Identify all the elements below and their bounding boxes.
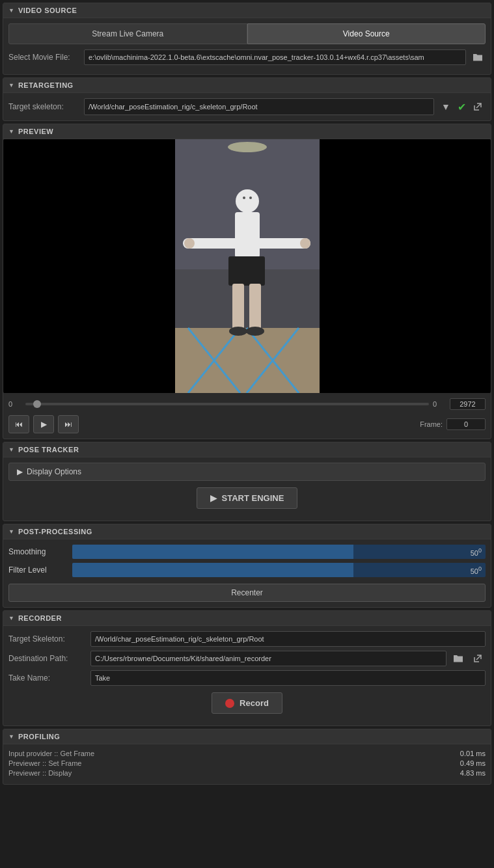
display-options-label: Display Options <box>27 467 81 476</box>
post-processing-header[interactable]: ▼ POST-PROCESSING <box>3 524 491 539</box>
recenter-btn[interactable]: Recenter <box>8 584 486 602</box>
collapse-triangle-video: ▼ <box>8 7 14 14</box>
timeline-row: 0 0 <box>8 396 486 413</box>
timeline-start: 0 <box>8 400 21 408</box>
movie-file-input[interactable] <box>84 49 466 65</box>
svg-rect-13 <box>232 284 244 329</box>
preview-panel: ▼ PREVIEW <box>3 124 491 439</box>
profiling-row-3: Previewer :: Display 4.83 ms <box>8 769 486 777</box>
svg-point-16 <box>246 327 264 336</box>
preview-title: PREVIEW <box>18 128 53 135</box>
timeline-section: 0 0 ⏮ ▶ ⏭ Frame: <box>3 393 491 439</box>
recorder-skeleton-label: Target Skeleton: <box>8 634 87 644</box>
collapse-triangle-preview: ▼ <box>8 128 14 135</box>
preview-canvas <box>3 139 491 393</box>
movie-file-row: Select Movie File: <box>8 49 486 65</box>
folder-icon-btn[interactable] <box>470 49 486 65</box>
svg-point-18 <box>249 197 252 199</box>
timeline-max-input[interactable] <box>450 398 486 410</box>
record-btn[interactable]: Record <box>212 692 282 714</box>
profiling-val-1: 0.01 ms <box>460 750 486 757</box>
dropdown-arrow-btn[interactable]: ▼ <box>438 99 454 115</box>
person-preview-svg <box>175 139 320 393</box>
smoothing-label: Smoothing <box>8 547 67 556</box>
pose-tracker-panel: ▼ POSE TRACKER ▶ Display Options ▶ START… <box>3 442 491 521</box>
retargeting-body: Target skeleton: ▼ ✔ <box>3 93 491 120</box>
svg-point-19 <box>184 238 195 249</box>
svg-point-9 <box>236 189 259 213</box>
profiling-key-2: Previewer :: Set Frame <box>8 759 81 767</box>
pose-tracker-body: ▶ Display Options ▶ START ENGINE <box>3 457 491 521</box>
svg-point-20 <box>300 238 310 249</box>
collapse-triangle-recorder: ▼ <box>8 615 14 621</box>
profiling-key-1: Input provider :: Get Frame <box>8 750 94 757</box>
pose-tracker-header[interactable]: ▼ POSE TRACKER <box>3 442 491 457</box>
recorder-take-label: Take Name: <box>8 673 87 683</box>
video-source-tabs: Stream Live Camera Video Source <box>8 23 486 44</box>
start-engine-play-icon: ▶ <box>210 493 217 503</box>
profiling-val-2: 0.49 ms <box>460 759 486 767</box>
profiling-body: Input provider :: Get Frame 0.01 ms Prev… <box>3 744 491 784</box>
recorder-header[interactable]: ▼ RECORDER <box>3 611 491 626</box>
svg-point-8 <box>228 142 267 152</box>
profiling-title: PROFILING <box>18 733 60 740</box>
external-link-btn[interactable] <box>470 99 486 115</box>
display-options-triangle: ▶ <box>17 467 23 476</box>
recorder-take-row: Take Name: <box>8 670 486 686</box>
profiling-val-3: 4.83 ms <box>460 769 486 777</box>
destination-folder-btn[interactable] <box>450 651 466 666</box>
smoothing-value: 500 <box>471 547 482 557</box>
retargeting-panel: ▼ RETARGETING Target skeleton: ▼ ✔ <box>3 77 491 121</box>
stream-live-camera-tab[interactable]: Stream Live Camera <box>8 23 247 44</box>
step-forward-btn[interactable]: ⏭ <box>58 415 79 433</box>
pose-tracker-title: POSE TRACKER <box>18 446 79 454</box>
video-source-tab[interactable]: Video Source <box>247 23 486 44</box>
svg-line-0 <box>476 103 481 108</box>
recorder-take-input[interactable] <box>90 670 486 686</box>
preview-header[interactable]: ▼ PREVIEW <box>3 124 491 139</box>
play-btn[interactable]: ▶ <box>33 415 54 433</box>
recorder-skeleton-input[interactable] <box>90 631 486 647</box>
profiling-row-1: Input provider :: Get Frame 0.01 ms <box>8 750 486 757</box>
destination-external-btn[interactable] <box>470 651 486 666</box>
filter-level-label: Filter Level <box>8 565 67 575</box>
playback-controls-row: ⏮ ▶ ⏭ Frame: <box>8 413 486 436</box>
svg-point-15 <box>229 327 247 336</box>
filter-level-row: Filter Level 500 <box>8 563 486 577</box>
profiling-header[interactable]: ▼ PROFILING <box>3 729 491 744</box>
step-back-btn[interactable]: ⏮ <box>8 415 29 433</box>
profiling-key-3: Previewer :: Display <box>8 769 72 777</box>
post-processing-panel: ▼ POST-PROCESSING Smoothing 500 Filter L… <box>3 524 491 608</box>
svg-point-17 <box>243 197 245 199</box>
recorder-body: Target Skeleton: Destination Path: Take … <box>3 626 491 726</box>
profiling-panel: ▼ PROFILING Input provider :: Get Frame … <box>3 729 491 785</box>
filter-level-value: 500 <box>471 565 482 575</box>
check-icon: ✔ <box>458 101 466 113</box>
collapse-triangle-pose: ▼ <box>8 446 14 453</box>
video-source-header[interactable]: ▼ VIDEO SOURCE <box>3 3 491 18</box>
start-engine-label: START ENGINE <box>222 493 284 503</box>
frame-input[interactable] <box>446 418 486 430</box>
timeline-slider[interactable] <box>25 403 429 405</box>
svg-line-21 <box>476 655 481 660</box>
recorder-skeleton-row: Target Skeleton: <box>8 631 486 647</box>
start-engine-btn[interactable]: ▶ START ENGINE <box>197 487 298 509</box>
record-btn-container: Record <box>8 692 486 714</box>
target-skeleton-input[interactable] <box>84 98 434 115</box>
retargeting-header[interactable]: ▼ RETARGETING <box>3 78 491 93</box>
smoothing-row: Smoothing 500 <box>8 545 486 559</box>
frame-row: Frame: <box>420 418 486 430</box>
playback-buttons: ⏮ ▶ ⏭ <box>8 415 79 433</box>
filter-level-slider[interactable]: 500 <box>72 563 486 577</box>
display-options-btn[interactable]: ▶ Display Options <box>8 463 486 481</box>
collapse-triangle-retarget: ▼ <box>8 82 14 88</box>
recorder-destination-input[interactable] <box>90 651 446 666</box>
svg-rect-14 <box>249 284 261 329</box>
smoothing-slider[interactable]: 500 <box>72 545 486 559</box>
record-label: Record <box>240 698 269 708</box>
recorder-title: RECORDER <box>18 614 62 622</box>
svg-rect-12 <box>228 256 265 286</box>
start-engine-container: ▶ START ENGINE <box>8 487 486 509</box>
collapse-triangle-profiling: ▼ <box>8 733 14 740</box>
timeline-thumb <box>33 400 41 408</box>
